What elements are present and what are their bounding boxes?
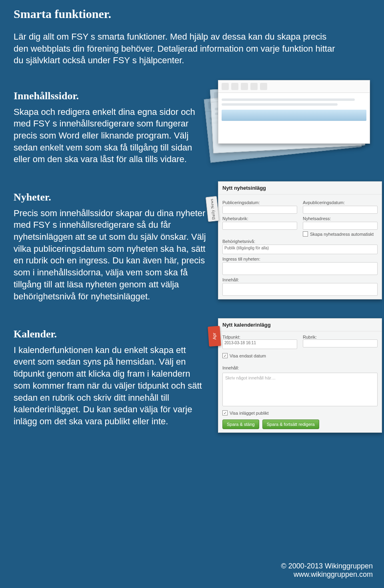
kalender-screenshot: Nytt kalenderinlägg Tidpunkt: 2013-03-18… bbox=[218, 318, 382, 433]
page-content: Smarta funktioner. Lär dig allt om FSY s… bbox=[0, 0, 384, 497]
innehall-label: Innehåll: bbox=[222, 277, 378, 282]
section-body: I kalenderfunktionen kan du enkelt skapa… bbox=[14, 344, 208, 427]
section-kalender: Kalender. I kalenderfunktionen kan du en… bbox=[14, 318, 370, 433]
beh-select[interactable]: Publik (tillgänglig för alla) bbox=[222, 245, 378, 254]
section-heading: Nyheter. bbox=[14, 192, 208, 203]
adress-label: Nyhetsadress: bbox=[303, 216, 378, 221]
section-body: Skapa och redigera enkelt dina egna sido… bbox=[14, 106, 208, 165]
section-heading: Innehållssidor. bbox=[14, 90, 208, 102]
save-close-button[interactable]: Spara & stäng bbox=[222, 419, 259, 429]
avpub-label: Avpubliceringsdatum: bbox=[303, 200, 378, 205]
endast-datum-checkbox[interactable]: ✓Visa endast datum bbox=[222, 353, 297, 358]
daily-news-icon: Daily News bbox=[206, 196, 219, 222]
copyright-text: © 2000-2013 Wikinggruppen bbox=[281, 562, 373, 571]
pubdate-input[interactable] bbox=[222, 206, 297, 214]
save-continue-button[interactable]: Spara & fortsätt redigera bbox=[262, 419, 319, 429]
section-heading: Kalender. bbox=[14, 329, 208, 340]
pubdate-label: Publiceringsdatum: bbox=[222, 200, 297, 205]
innehall-editor[interactable] bbox=[222, 283, 378, 296]
editor-screenshot bbox=[218, 80, 378, 148]
page-footer: © 2000-2013 Wikinggruppen www.wikinggrup… bbox=[281, 562, 373, 579]
footer-url: www.wikinggruppen.com bbox=[281, 570, 373, 579]
rubrik-label: Rubrik: bbox=[303, 335, 378, 339]
innehall-label: Innehåll: bbox=[222, 365, 378, 370]
screenshot-heading: Nytt kalenderinlägg bbox=[218, 319, 382, 331]
auto-address-checkbox[interactable]: Skapa nyhetsadress automatiskt bbox=[303, 231, 378, 237]
nyheter-screenshot: Nytt nyhetsinlägg Publiceringsdatum: Avp… bbox=[218, 181, 382, 299]
page-title: Smarta funktioner. bbox=[14, 7, 370, 20]
calendar-month-icon: Apr bbox=[208, 326, 221, 347]
avpub-input[interactable] bbox=[303, 206, 378, 214]
beh-label: Behörighetsnivå: bbox=[222, 239, 378, 244]
ingress-label: Ingress till nyheten: bbox=[222, 257, 378, 261]
rubrik-input[interactable] bbox=[303, 339, 378, 347]
rubrik-input[interactable] bbox=[222, 222, 297, 230]
section-innehallssidor: Innehållssidor. Skapa och redigera enkel… bbox=[14, 80, 370, 165]
publik-checkbox[interactable]: ✓Visa inlägget publikt bbox=[222, 410, 378, 415]
section-body: Precis som innehållssidor skapar du dina… bbox=[14, 207, 208, 303]
rubrik-label: Nyhetsrubrik: bbox=[222, 216, 297, 221]
adress-input[interactable] bbox=[303, 222, 378, 230]
screenshot-heading: Nytt nyhetsinlägg bbox=[218, 182, 382, 195]
tid-label: Tidpunkt: bbox=[222, 335, 297, 339]
ingress-input[interactable] bbox=[222, 262, 378, 275]
section-nyheter: Nyheter. Precis som innehållssidor skapa… bbox=[14, 181, 370, 302]
intro-paragraph: Lär dig allt om FSY s smarta funktioner.… bbox=[14, 31, 342, 66]
tid-input[interactable]: 2013-03-18 16:11 bbox=[222, 339, 297, 349]
innehall-editor[interactable]: Skriv något innehåll här… bbox=[222, 373, 378, 406]
